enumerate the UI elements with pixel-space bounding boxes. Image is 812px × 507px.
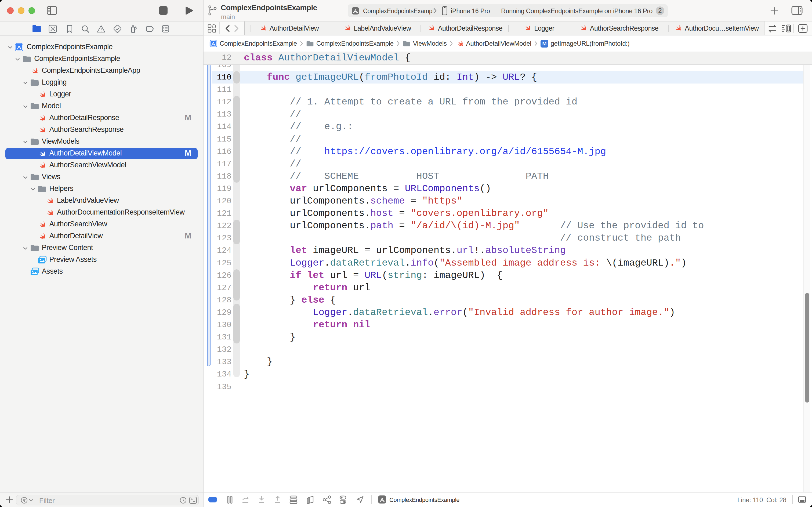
svg-text:M: M [542, 41, 546, 47]
